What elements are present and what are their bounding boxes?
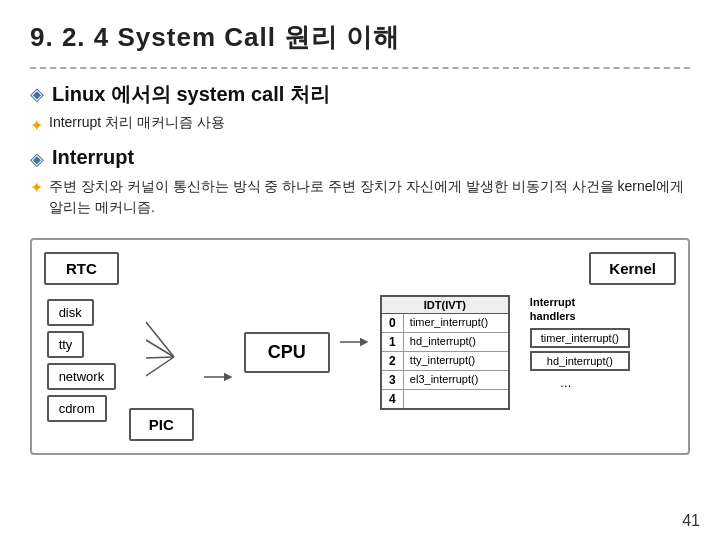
diagram-inner: RTC disk tty network cdrom PIC bbox=[44, 252, 676, 441]
divider bbox=[30, 67, 690, 69]
tty-block: tty bbox=[47, 331, 85, 358]
svg-line-2 bbox=[146, 357, 174, 358]
cdrom-block: cdrom bbox=[47, 395, 107, 422]
idt-row-4: 4 bbox=[382, 390, 508, 408]
network-block: network bbox=[47, 363, 117, 390]
idt-row-0: 0 timer_interrupt() bbox=[382, 314, 508, 333]
interrupt-sub-1: ✦ 주변 장치와 커널이 통신하는 방식 중 하나로 주변 장치가 자신에게 발… bbox=[30, 176, 690, 228]
rtc-block: RTC bbox=[44, 252, 119, 285]
star-icon-interrupt-1: ✦ bbox=[30, 178, 43, 197]
section-interrupt: ◈ Interrupt ✦ 주변 장치와 커널이 통신하는 방식 중 하나로 주… bbox=[30, 146, 690, 228]
page-title: 9. 2. 4 System Call 원리 이해 bbox=[30, 20, 690, 55]
cpu-kernel-arrow bbox=[340, 332, 370, 352]
idt-num-3: 3 bbox=[382, 371, 404, 389]
idt-row-2: 2 tty_interrupt() bbox=[382, 352, 508, 371]
handler-ellipsis: … bbox=[560, 376, 572, 390]
cpu-block: CPU bbox=[244, 332, 330, 373]
svg-line-1 bbox=[146, 340, 174, 357]
handler-label: Interrupthandlers bbox=[530, 295, 576, 324]
idt-row-1: 1 hd_interrupt() bbox=[382, 333, 508, 352]
idt-row-3: 3 el3_interrupt() bbox=[382, 371, 508, 390]
idt-func-0: timer_interrupt() bbox=[404, 314, 508, 332]
handler-timer: timer_interrupt() bbox=[530, 328, 630, 348]
handler-hd: hd_interrupt() bbox=[530, 351, 630, 371]
page: 9. 2. 4 System Call 원리 이해 ◈ Linux 에서의 sy… bbox=[0, 0, 720, 540]
right-section: Kernel IDT(IVT) 0 timer_interrupt() 1 hd… bbox=[380, 252, 676, 410]
idt-table: IDT(IVT) 0 timer_interrupt() 1 hd_interr… bbox=[380, 295, 510, 410]
linux-title: Linux 에서의 system call 처리 bbox=[52, 81, 330, 108]
linux-sub-1: ✦ Interrupt 처리 매커니즘 사용 bbox=[30, 114, 690, 136]
handlers-column: Interrupthandlers timer_interrupt() hd_i… bbox=[530, 295, 630, 390]
diamond-icon-interrupt: ◈ bbox=[30, 148, 44, 170]
linux-sub-text-1: Interrupt 처리 매커니즘 사용 bbox=[49, 114, 225, 132]
idt-num-4: 4 bbox=[382, 390, 404, 408]
svg-line-0 bbox=[146, 322, 174, 357]
section-linux-header: ◈ Linux 에서의 system call 처리 bbox=[30, 81, 690, 108]
star-icon-linux-1: ✦ bbox=[30, 116, 43, 135]
page-number: 41 bbox=[682, 512, 700, 530]
diamond-icon-linux: ◈ bbox=[30, 83, 44, 105]
idt-num-1: 1 bbox=[382, 333, 404, 351]
pic-cpu-arrow bbox=[204, 367, 234, 387]
idt-num-2: 2 bbox=[382, 352, 404, 370]
kernel-block: Kernel bbox=[589, 252, 676, 285]
pic-block: PIC bbox=[129, 408, 194, 441]
idt-func-4 bbox=[404, 390, 508, 408]
interrupt-title: Interrupt bbox=[52, 146, 134, 169]
interrupt-body-text: 주변 장치와 커널이 통신하는 방식 중 하나로 주변 장치가 자신에게 발생한… bbox=[49, 176, 690, 218]
left-column: RTC disk tty network cdrom bbox=[44, 252, 119, 422]
idt-func-1: hd_interrupt() bbox=[404, 333, 508, 351]
device-arrows-svg bbox=[146, 312, 176, 402]
svg-line-3 bbox=[146, 357, 174, 376]
diagram: RTC disk tty network cdrom PIC bbox=[30, 238, 690, 455]
idt-header: IDT(IVT) bbox=[382, 297, 508, 314]
idt-func-2: tty_interrupt() bbox=[404, 352, 508, 370]
idt-num-0: 0 bbox=[382, 314, 404, 332]
section-linux: ◈ Linux 에서의 system call 처리 ✦ Interrupt 처… bbox=[30, 81, 690, 136]
idt-func-3: el3_interrupt() bbox=[404, 371, 508, 389]
disk-block: disk bbox=[47, 299, 94, 326]
section-interrupt-header: ◈ Interrupt bbox=[30, 146, 690, 170]
